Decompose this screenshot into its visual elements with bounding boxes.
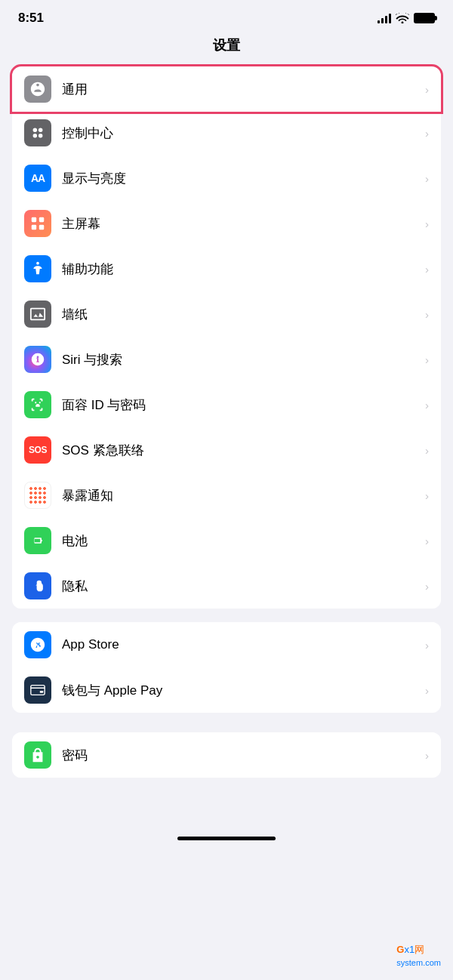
- status-icons: [378, 13, 435, 23]
- settings-item-appstore[interactable]: App Store ›: [12, 622, 441, 667]
- appstore-label: App Store: [62, 637, 419, 652]
- privacy-label: 隐私: [62, 578, 419, 595]
- battery-item-icon: [24, 527, 51, 554]
- svg-point-2: [33, 134, 38, 138]
- svg-rect-10: [40, 691, 44, 693]
- settings-item-privacy[interactable]: 隐私 ›: [12, 563, 441, 609]
- wallet-label: 钱包与 Apple Pay: [62, 682, 419, 699]
- general-chevron: ›: [425, 83, 429, 96]
- general-icon: [24, 76, 51, 103]
- accessibility-icon: [24, 255, 51, 282]
- control-center-icon: [24, 119, 51, 146]
- privacy-icon: [24, 572, 51, 599]
- display-icon: AA: [24, 165, 51, 192]
- watermark: Gx1网 system.com: [396, 943, 441, 968]
- settings-item-control-center[interactable]: 控制中心 ›: [12, 109, 441, 156]
- home-bar: [0, 829, 453, 845]
- password-icon: [24, 741, 51, 769]
- section-apps: App Store › 钱包与 Apple Pay ›: [12, 622, 441, 713]
- battery-label: 电池: [62, 532, 419, 550]
- settings-item-home-screen[interactable]: 主屏幕 ›: [12, 201, 441, 246]
- siri-icon: [24, 346, 51, 373]
- svg-rect-5: [39, 217, 44, 222]
- sos-icon: SOS: [24, 436, 51, 464]
- settings-item-exposure[interactable]: 暴露通知 ›: [12, 473, 441, 518]
- signal-icon: [378, 13, 391, 23]
- section-password: 密码 ›: [12, 732, 441, 778]
- general-label: 通用: [62, 81, 419, 98]
- page-title: 设置: [0, 30, 453, 66]
- settings-item-accessibility[interactable]: 辅助功能 ›: [12, 246, 441, 291]
- svg-rect-4: [32, 217, 36, 222]
- svg-point-1: [39, 128, 42, 133]
- wallet-icon: [24, 676, 51, 704]
- svg-point-8: [36, 262, 39, 265]
- svg-rect-9: [31, 686, 45, 695]
- settings-item-battery[interactable]: 电池 ›: [12, 518, 441, 563]
- settings-item-wallpaper[interactable]: 墙纸 ›: [12, 291, 441, 337]
- password-label: 密码: [62, 747, 419, 764]
- settings-item-faceid[interactable]: 面容 ID 与密码 ›: [12, 382, 441, 427]
- wallpaper-icon: [24, 300, 51, 328]
- appstore-icon: [24, 631, 51, 658]
- display-label: 显示与亮度: [62, 170, 419, 187]
- control-center-label: 控制中心: [62, 125, 419, 142]
- status-bar: 8:51: [0, 0, 453, 30]
- home-screen-label: 主屏幕: [62, 215, 419, 233]
- settings-item-password[interactable]: 密码 ›: [12, 732, 441, 778]
- exposure-icon: [24, 482, 51, 509]
- settings-item-display[interactable]: AA 显示与亮度 ›: [12, 156, 441, 201]
- settings-item-siri[interactable]: Siri 与搜索 ›: [12, 337, 441, 382]
- home-indicator: [177, 837, 276, 840]
- battery-icon: [414, 13, 435, 23]
- faceid-label: 面容 ID 与密码: [62, 396, 419, 414]
- svg-rect-7: [39, 225, 44, 230]
- svg-point-0: [33, 128, 38, 133]
- wifi-icon: [396, 13, 409, 23]
- svg-rect-6: [32, 225, 36, 230]
- wallpaper-label: 墙纸: [62, 306, 419, 323]
- accessibility-label: 辅助功能: [62, 260, 419, 278]
- siri-label: Siri 与搜索: [62, 351, 419, 368]
- sos-label: SOS 紧急联络: [62, 442, 419, 459]
- settings-item-wallet[interactable]: 钱包与 Apple Pay ›: [12, 667, 441, 713]
- exposure-label: 暴露通知: [62, 487, 419, 504]
- settings-item-sos[interactable]: SOS SOS 紧急联络 ›: [12, 427, 441, 473]
- status-time: 8:51: [18, 11, 44, 26]
- svg-point-3: [39, 134, 42, 138]
- settings-item-general[interactable]: 通用 ›: [12, 66, 441, 112]
- home-screen-icon: [24, 210, 51, 237]
- faceid-icon: [24, 391, 51, 418]
